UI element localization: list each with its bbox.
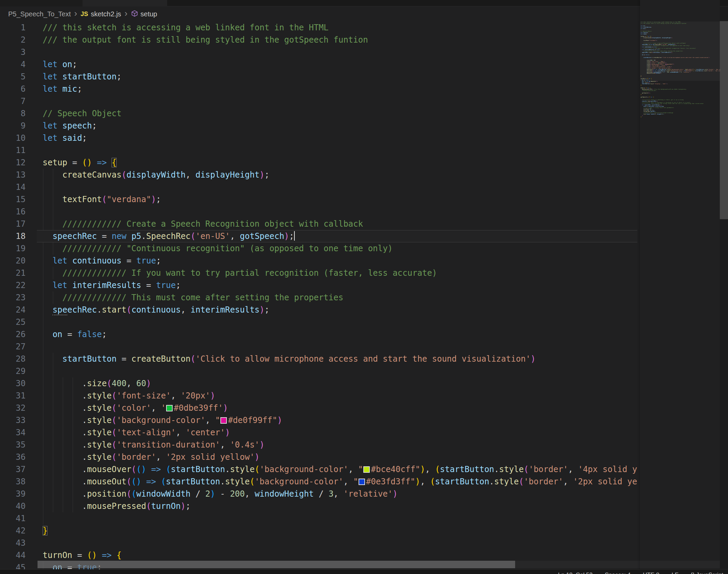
code-line[interactable]: 2/// the output font is still being styl… [0, 34, 728, 46]
line-number[interactable]: 32 [0, 402, 26, 414]
code-line[interactable]: 39 .position((windowWidth / 2) - 200, wi… [0, 488, 728, 500]
line-number[interactable]: 7 [0, 95, 26, 107]
code-line[interactable]: 43 [0, 537, 728, 549]
line-number[interactable]: 26 [0, 328, 26, 341]
code-line[interactable]: 12setup = () => { [0, 156, 728, 169]
line-number[interactable]: 38 [0, 475, 26, 488]
line-number[interactable]: 6 [0, 83, 26, 95]
code-line[interactable]: 23 ///////////// This must come after se… [0, 291, 728, 304]
status-item[interactable]: Ln 18, Col 52 [558, 572, 593, 574]
line-number[interactable]: 31 [0, 390, 26, 402]
line-number[interactable]: 10 [0, 132, 26, 144]
line-number[interactable]: 29 [0, 365, 26, 377]
line-number[interactable]: 16 [0, 206, 26, 218]
line-number[interactable]: 3 [0, 46, 26, 58]
code-line[interactable]: 19 //////////// "Continuous recognition"… [0, 242, 728, 255]
line-number[interactable]: 17 [0, 218, 26, 230]
code-line[interactable]: 22 let interimResults = true; [0, 279, 728, 291]
line-number[interactable]: 19 [0, 242, 26, 255]
code-line[interactable]: 28 startButton = createButton('Click to … [0, 353, 728, 365]
status-item[interactable]: LF [672, 572, 679, 574]
line-number[interactable]: 13 [0, 169, 26, 181]
line-number[interactable]: 34 [0, 426, 26, 439]
code-line[interactable]: 1/// this sketch is accessing a web link… [0, 21, 728, 34]
minimap[interactable]: /// this sketch is accessing a web linke… [640, 0, 720, 574]
code-line[interactable]: 7 [0, 95, 728, 107]
line-number[interactable]: 35 [0, 439, 26, 451]
tab-active-sketch2[interactable] [83, 0, 168, 6]
code-line[interactable]: 6let mic; [0, 83, 728, 95]
code-line[interactable]: 4let on; [0, 58, 728, 71]
tab-inactive[interactable] [0, 0, 83, 6]
code-line[interactable]: 40 .mousePressed(turnOn); [0, 500, 728, 512]
line-number[interactable]: 15 [0, 193, 26, 206]
code-line[interactable]: 31 .style('font-size', '20px') [0, 390, 728, 402]
code-line[interactable]: 33 .style('background-color', "#de0f99ff… [0, 414, 728, 426]
line-number[interactable]: 44 [0, 549, 26, 561]
code-line[interactable]: 14 [0, 181, 728, 193]
line-number[interactable]: 43 [0, 537, 26, 549]
code-line[interactable]: 32 .style('color', '#0dbe39ff') [0, 402, 728, 414]
code-line[interactable]: 29 [0, 365, 728, 377]
line-number[interactable]: 33 [0, 414, 26, 426]
breadcrumb-symbol[interactable]: setup [141, 10, 157, 18]
line-number[interactable]: 22 [0, 279, 26, 291]
line-number[interactable]: 25 [0, 316, 26, 328]
line-number[interactable]: 5 [0, 71, 26, 83]
code-line[interactable]: 16 [0, 206, 728, 218]
line-number[interactable]: 18 [0, 230, 26, 242]
line-number[interactable]: 37 [0, 463, 26, 475]
code-line[interactable]: 44turnOn = () => { [0, 549, 728, 561]
code-line[interactable]: 10let said; [0, 132, 728, 144]
line-number[interactable]: 24 [0, 304, 26, 316]
code-line[interactable]: 9let speech; [0, 120, 728, 132]
code-editor[interactable]: 1/// this sketch is accessing a web link… [0, 21, 728, 574]
line-number[interactable]: 27 [0, 341, 26, 353]
code-line[interactable]: 30 .size(400, 60) [0, 377, 728, 390]
line-number[interactable]: 9 [0, 120, 26, 132]
line-number[interactable]: 1 [0, 21, 26, 34]
vertical-scrollbar-thumb[interactable] [720, 21, 728, 219]
line-number[interactable]: 12 [0, 156, 26, 169]
line-number[interactable]: 11 [0, 144, 26, 156]
code-line[interactable]: 24 speechRec.start(continuous, interimRe… [0, 304, 728, 316]
breadcrumb-project[interactable]: P5_Speech_To_Text [8, 10, 71, 18]
horizontal-scrollbar-thumb[interactable] [38, 561, 515, 568]
code-line[interactable]: 11 [0, 144, 728, 156]
code-line[interactable]: 27 [0, 341, 728, 353]
code-line[interactable]: 26 on = false; [0, 328, 728, 341]
code-line[interactable]: 20 let continuous = true; [0, 255, 728, 267]
line-number[interactable]: 23 [0, 291, 26, 304]
line-number[interactable]: 20 [0, 255, 26, 267]
code-line[interactable]: 34 .style('text-align', 'center') [0, 426, 728, 439]
line-number[interactable]: 4 [0, 58, 26, 71]
line-number[interactable]: 2 [0, 34, 26, 46]
line-number[interactable]: 39 [0, 488, 26, 500]
line-number[interactable]: 42 [0, 525, 26, 537]
code-line[interactable]: 35 .style('transition-duration', '0.4s') [0, 439, 728, 451]
line-number[interactable]: 40 [0, 500, 26, 512]
code-line[interactable]: 42} [0, 525, 728, 537]
status-item[interactable]: Spaces: 4 [605, 572, 631, 574]
line-number[interactable]: 36 [0, 451, 26, 463]
line-number[interactable]: 41 [0, 512, 26, 525]
line-number[interactable]: 14 [0, 181, 26, 193]
code-line[interactable]: 8// Speech Object [0, 107, 728, 120]
code-line[interactable]: 13 createCanvas(displayWidth, displayHei… [0, 169, 728, 181]
code-line[interactable]: 41 [0, 512, 728, 525]
code-line[interactable]: 5let startButton; [0, 71, 728, 83]
code-line[interactable]: 21 ///////////// If you want to try part… [0, 267, 728, 279]
code-line[interactable]: 18 speechRec = new p5.SpeechRec('en-US',… [0, 230, 728, 242]
code-line[interactable]: 17 //////////// Create a Speech Recognit… [0, 218, 728, 230]
code-line[interactable]: 25 [0, 316, 728, 328]
status-item[interactable]: {} JavaScript [691, 572, 723, 574]
code-line[interactable]: 15 textFont("verdana"); [0, 193, 728, 206]
line-number[interactable]: 28 [0, 353, 26, 365]
line-number[interactable]: 8 [0, 107, 26, 120]
code-line[interactable]: 36 .style('border', '2px solid yellow') [0, 451, 728, 463]
line-number[interactable]: 30 [0, 377, 26, 390]
code-line[interactable]: 38 .mouseOut(() => (startButton.style('b… [0, 475, 728, 488]
code-line[interactable]: 3 [0, 46, 728, 58]
breadcrumb-file[interactable]: sketch2.js [91, 10, 121, 18]
line-number[interactable]: 21 [0, 267, 26, 279]
